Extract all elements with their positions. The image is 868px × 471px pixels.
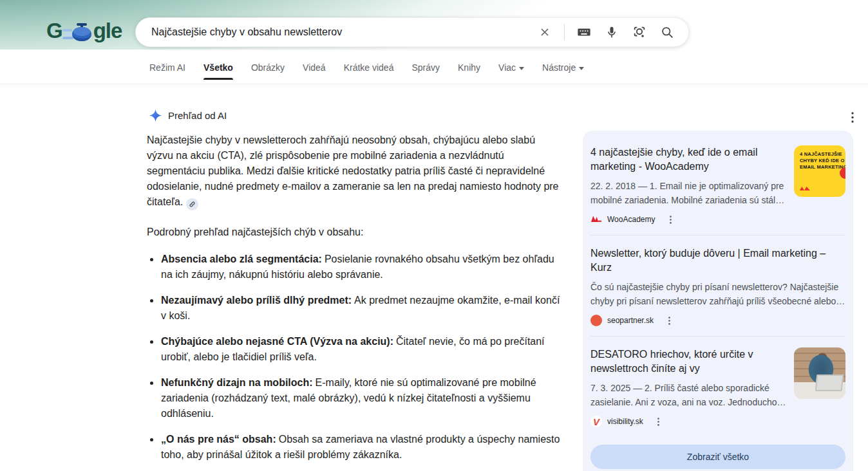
search-input[interactable] (151, 26, 534, 38)
tab-obrazky[interactable]: Obrázky (251, 62, 285, 80)
search-icon[interactable] (656, 21, 678, 43)
result-card[interactable]: Newsletter, ktorý buduje dôveru | Email … (590, 235, 845, 336)
ai-intro-paragraph: Najčastejšie chyby v newsletteroch zahŕň… (147, 133, 564, 210)
article-thumbnail[interactable] (794, 347, 845, 399)
sources-panel: 4 najčastejšie chyby, keď ide o email ma… (583, 131, 853, 471)
thumbnail-laptop-shape (815, 374, 844, 391)
tab-rezim-ai[interactable]: Režim AI (149, 62, 185, 80)
source-name: WooAcademy (607, 215, 655, 224)
source-name: seopartner.sk (607, 316, 654, 325)
result-card[interactable]: 4 najčastejšie chyby, keď ide o email ma… (590, 134, 845, 235)
bullet-lead: Absencia alebo zlá segmentácia: (161, 254, 322, 264)
ai-overview-body: Najčastejšie chyby v newsletteroch zahŕň… (147, 133, 564, 471)
more-options-icon[interactable] (652, 415, 665, 428)
bullet-lead: Chýbajúce alebo nejasné CTA (Výzva na ak… (161, 336, 393, 347)
bullet-lead: „O nás pre nás“ obsah: (161, 434, 276, 445)
bullet-lead: Nezaujímavý alebo príliš dlhý predmet: (161, 295, 352, 306)
logo-letters-gle: gle (93, 19, 122, 43)
ai-overview-label: Prehľad od AI (168, 110, 227, 121)
chevron-down-icon (519, 67, 524, 70)
seopartner-favicon-icon (590, 315, 602, 326)
microphone-icon[interactable] (601, 21, 623, 43)
tab-knihy[interactable]: Knihy (458, 62, 480, 80)
source-row[interactable]: seopartner.sk (590, 314, 845, 327)
logo-letter-g: G (46, 19, 62, 43)
more-options-icon[interactable] (664, 213, 677, 226)
clear-icon[interactable] (534, 21, 556, 43)
more-options-icon[interactable] (844, 108, 862, 126)
result-snippet: 22. 2. 2018 — 1. Email nie je optimalizo… (590, 179, 786, 207)
list-item: Nefunkčný dizajn na mobiloch:E-maily, kt… (147, 375, 564, 421)
google-doodle-logo[interactable]: G gle (46, 17, 122, 45)
tab-spravy[interactable]: Správy (411, 62, 440, 80)
list-item: Nezaujímavý alebo príliš dlhý predmet:Ak… (147, 293, 564, 324)
search-bar[interactable] (135, 17, 689, 47)
curling-stone-doodle-icon (62, 21, 94, 43)
thumbnail-text: 4 najčastejšie chyby keď ide o email mar… (800, 151, 845, 171)
keyboard-icon[interactable] (573, 21, 595, 43)
thumbnail-logo-mark (800, 187, 810, 190)
article-thumbnail[interactable]: 4 najčastejšie chyby keď ide o email mar… (794, 145, 845, 197)
source-row[interactable]: V visibility.sk (590, 415, 786, 428)
tab-kratke-videa[interactable]: Krátke videá (344, 62, 394, 80)
list-item: Absencia alebo zlá segmentácia:Posielani… (147, 252, 564, 282)
chevron-down-icon (579, 67, 584, 70)
tab-vsetko[interactable]: Všetko (203, 62, 233, 80)
thumbnail-decoration (840, 167, 845, 179)
list-item: Chýbajúce alebo nejasné CTA (Výzva na ak… (147, 334, 564, 365)
result-snippet: Čo sú najčastejšie chyby pri písaní news… (590, 280, 845, 308)
search-result-tabs: Režim AI Všetko Obrázky Videá Krátke vid… (149, 62, 584, 80)
result-snippet: 7. 3. 2025 — 2. Príliš časté alebo spora… (590, 381, 786, 409)
ai-sparkle-icon (149, 109, 162, 122)
tabs-divider (0, 84, 868, 84)
source-name: visibility.sk (607, 417, 643, 426)
tab-videa[interactable]: Videá (303, 62, 326, 80)
bullet-lead: Nefunkčný dizajn na mobiloch: (161, 377, 313, 388)
ai-overview-header: Prehľad od AI (149, 109, 227, 122)
search-divider (564, 24, 565, 41)
list-item: „O nás pre nás“ obsah:Obsah sa zameriava… (147, 432, 564, 463)
wooacademy-favicon-icon (590, 214, 602, 225)
citation-link-icon[interactable] (186, 198, 198, 210)
more-options-icon[interactable] (663, 314, 675, 327)
result-card[interactable]: DESATORO hriechov, ktoré určite v newsle… (590, 336, 845, 437)
ai-bullet-list: Absencia alebo zlá segmentácia:Posielani… (147, 252, 564, 471)
result-title[interactable]: 4 najčastejšie chyby, keď ide o email ma… (590, 145, 786, 174)
ai-subheading: Podrobný prehľad najčastejších chýb v ob… (147, 225, 564, 240)
result-title[interactable]: DESATORO hriechov, ktoré určite v newsle… (590, 347, 786, 376)
show-all-button[interactable]: Zobraziť všetko (590, 445, 845, 469)
result-title[interactable]: Newsletter, ktorý buduje dôveru | Email … (590, 246, 845, 275)
camera-lens-icon[interactable] (628, 21, 650, 43)
source-row[interactable]: WooAcademy (590, 213, 786, 226)
visibility-favicon-icon: V (590, 416, 602, 427)
tab-viac[interactable]: Viac (498, 62, 524, 80)
tab-nastroje[interactable]: Nástroje (542, 62, 584, 80)
